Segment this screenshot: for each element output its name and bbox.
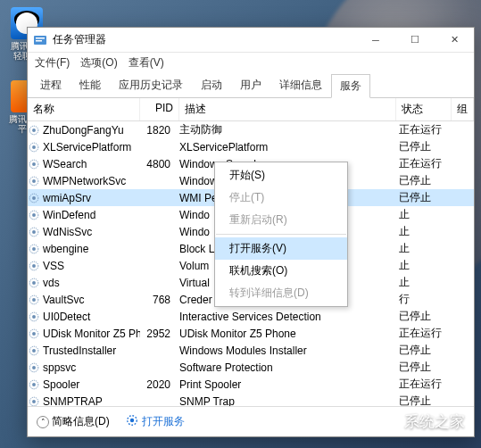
tab-apphistory[interactable]: 应用历史记录	[110, 73, 192, 97]
service-status: 已停止	[399, 190, 454, 205]
minimize-button[interactable]: ─	[356, 28, 395, 53]
svg-point-46	[129, 419, 133, 422]
close-button[interactable]: ✕	[435, 28, 474, 53]
service-status: 止	[399, 241, 454, 256]
service-name: XLServicePlatform	[43, 141, 131, 153]
tab-performance[interactable]: 性能	[70, 73, 110, 97]
service-desc: Windows Modules Installer	[179, 344, 399, 357]
gear-icon	[28, 260, 40, 272]
service-pid: 768	[140, 294, 179, 306]
service-name: wbengine	[43, 243, 88, 255]
titlebar: 任务管理器 ─ ☐ ✕	[28, 28, 474, 53]
svg-point-28	[32, 332, 36, 336]
service-name: ZhuDongFangYu	[43, 124, 124, 137]
table-row[interactable]: sppsvcSoftware Protection已停止	[28, 359, 474, 376]
svg-point-18	[32, 247, 36, 251]
gear-icon	[28, 361, 40, 374]
table-row[interactable]: ZhuDongFangYu1820主动防御正在运行	[28, 121, 474, 138]
gear-icon	[28, 226, 40, 238]
service-name: UI0Detect	[43, 311, 90, 323]
svg-point-24	[32, 298, 36, 302]
maximize-button[interactable]: ☐	[395, 28, 435, 53]
context-menu-item: 转到详细信息(D)	[215, 282, 347, 304]
tab-details[interactable]: 详细信息	[270, 73, 331, 97]
gear-icon	[28, 277, 40, 289]
svg-point-6	[32, 145, 36, 149]
service-desc: SNMP Trap	[179, 395, 399, 407]
context-menu-item: 重新启动(R)	[215, 209, 347, 231]
service-name: UDisk Monitor Z5 Phone	[43, 328, 140, 340]
window-title: 任务管理器	[53, 32, 356, 47]
open-services-link[interactable]: 打开服务	[126, 414, 185, 429]
svg-point-4	[32, 129, 36, 132]
context-menu-item[interactable]: 开始(S)	[215, 164, 347, 187]
col-group[interactable]: 组	[452, 98, 474, 120]
service-pid: 4800	[140, 158, 179, 170]
service-status: 正在运行	[399, 156, 454, 171]
svg-rect-2	[36, 40, 42, 42]
tab-users[interactable]: 用户	[231, 73, 270, 97]
service-desc: 主动防御	[179, 122, 399, 137]
table-row[interactable]: UI0DetectInteractive Services Detection已…	[28, 308, 474, 325]
table-row[interactable]: UDisk Monitor Z5 Phone2952UDisk Monitor …	[28, 325, 474, 342]
gear-icon	[28, 378, 40, 391]
table-row[interactable]: SNMPTRAPSNMP Trap已停止	[28, 393, 474, 406]
tab-services[interactable]: 服务	[331, 74, 370, 98]
svg-rect-47	[385, 418, 394, 427]
service-name: WdNisSvc	[43, 226, 92, 238]
menu-file[interactable]: 文件(F)	[35, 55, 70, 71]
service-status: 止	[399, 275, 454, 290]
service-desc: XLServicePlatform	[179, 141, 399, 153]
gear-icon	[28, 243, 40, 255]
watermark: 系统之家	[379, 411, 465, 432]
service-pid: 2952	[140, 328, 179, 340]
tab-startup[interactable]: 启动	[192, 73, 231, 97]
context-menu-item[interactable]: 联机搜索(O)	[215, 260, 347, 282]
service-pid: 1820	[140, 124, 179, 137]
menu-options[interactable]: 选项(O)	[80, 55, 117, 71]
col-desc[interactable]: 描述	[179, 98, 396, 120]
context-menu: 开始(S)停止(T)重新启动(R)打开服务(V)联机搜索(O)转到详细信息(D)	[214, 162, 348, 307]
service-name: WSearch	[43, 158, 87, 170]
gear-icon	[28, 141, 40, 153]
col-name[interactable]: 名称	[28, 98, 140, 120]
svg-point-22	[32, 281, 36, 285]
app-icon	[33, 33, 47, 47]
tab-processes[interactable]: 进程	[31, 73, 70, 97]
service-status: 已停止	[399, 139, 454, 154]
service-desc: UDisk Monitor Z5 Phone	[179, 328, 399, 340]
service-status: 已停止	[399, 360, 454, 375]
service-status: 正在运行	[399, 377, 454, 392]
service-status: 止	[399, 258, 454, 273]
svg-point-30	[32, 349, 36, 353]
simple-info-toggle[interactable]: ˄简略信息(D)	[37, 414, 110, 429]
context-menu-item[interactable]: 打开服务(V)	[215, 237, 347, 260]
service-status: 止	[399, 207, 454, 222]
gear-icon	[28, 395, 40, 407]
table-row[interactable]: TrustedInstallerWindows Modules Installe…	[28, 342, 474, 359]
service-name: Spooler	[43, 378, 79, 391]
service-status: 已停止	[399, 173, 454, 188]
menu-view[interactable]: 查看(V)	[129, 55, 164, 71]
service-name: SNMPTRAP	[43, 395, 103, 407]
svg-rect-1	[36, 37, 45, 39]
service-status: 正在运行	[399, 122, 454, 137]
menubar: 文件(F) 选项(O) 查看(V)	[28, 53, 474, 73]
table-row[interactable]: XLServicePlatformXLServicePlatform已停止	[28, 138, 474, 155]
gear-icon	[28, 328, 40, 340]
gear-icon	[28, 158, 40, 170]
svg-point-26	[32, 315, 36, 319]
gear-icon	[28, 192, 40, 204]
service-status: 已停止	[399, 394, 454, 406]
gear-icon	[28, 344, 40, 357]
services-icon	[126, 414, 138, 429]
service-name: vds	[43, 277, 60, 289]
context-menu-item: 停止(T)	[215, 187, 347, 209]
table-row[interactable]: Spooler2020Print Spooler正在运行	[28, 376, 474, 393]
svg-point-16	[32, 230, 36, 234]
col-pid[interactable]: PID	[140, 98, 179, 120]
svg-point-10	[32, 179, 36, 183]
tabs: 进程 性能 应用历史记录 启动 用户 详细信息 服务	[28, 73, 474, 98]
gear-icon	[28, 294, 40, 306]
col-status[interactable]: 状态	[396, 98, 452, 120]
